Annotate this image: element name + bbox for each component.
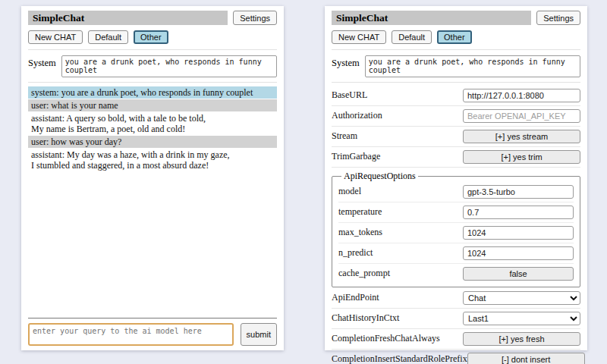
titlebar: SimpleChat Settings — [28, 11, 277, 25]
cache-prompt-toggle-button[interactable]: false — [463, 267, 574, 281]
divider — [28, 49, 277, 50]
baseurl-input[interactable] — [463, 89, 580, 102]
settings-button[interactable]: Settings — [233, 11, 277, 25]
trimgarbage-label: TrimGarbage — [332, 151, 380, 162]
chat-history-in-ctxt-label: ChatHistoryInCtxt — [332, 312, 399, 324]
completion-fresh-chat-always-label: CompletionFreshChatAlways — [332, 333, 440, 344]
query-bar: submit — [28, 318, 277, 346]
system-prompt-input[interactable]: you are a drunk poet, who responds in fu… — [61, 55, 277, 77]
setting-row-trimgarbage: TrimGarbage [+] yes trim — [332, 147, 580, 168]
completion-insert-standard-role-prefix-label: CompletionInsertStandardRolePrefix — [332, 353, 467, 364]
chat-message-user: user: what is your name — [28, 99, 277, 111]
setting-row-baseurl: BaseURL — [332, 86, 580, 106]
authorization-input[interactable] — [463, 109, 580, 123]
divider — [28, 82, 277, 83]
completion-fresh-chat-always-toggle-button[interactable]: [+] yes fresh — [463, 332, 580, 346]
api-endpoint-select[interactable]: Chat — [463, 291, 580, 305]
divider — [332, 82, 580, 83]
api-request-options-group: ApiRequestOptions model temperature max_… — [332, 171, 580, 287]
settings-window: SimpleChat Settings New CHAT Default Oth… — [325, 6, 587, 350]
stream-toggle-button[interactable]: [+] yes stream — [463, 130, 580, 143]
setting-row-temperature: temperature — [338, 202, 574, 223]
chat-window: SimpleChat Settings New CHAT Default Oth… — [21, 6, 284, 350]
system-label: System — [28, 55, 56, 69]
api-endpoint-label: ApiEndPoint — [332, 292, 379, 303]
model-input[interactable] — [463, 185, 574, 199]
session-toolbar: New CHAT Default Other — [332, 30, 580, 44]
divider — [28, 318, 277, 318]
api-request-options-legend: ApiRequestOptions — [341, 171, 418, 182]
setting-row-max-tokens: max_tokens — [338, 223, 574, 243]
chat-message-assistant: assistant: My day was a haze, with a dri… — [28, 149, 277, 171]
setting-row-api-endpoint: ApiEndPoint Chat — [332, 288, 580, 309]
setting-row-stream: Stream [+] yes stream — [332, 127, 580, 147]
max-tokens-input[interactable] — [463, 226, 574, 240]
n-predict-input[interactable] — [463, 246, 574, 260]
submit-button[interactable]: submit — [241, 323, 277, 346]
chat-message-assistant: assistant: A query so bold, with a tale … — [28, 112, 277, 135]
trimgarbage-toggle-button[interactable]: [+] yes trim — [463, 150, 580, 164]
session-toolbar: New CHAT Default Other — [28, 30, 277, 44]
session-tab-other[interactable]: Other — [437, 30, 472, 44]
completion-insert-standard-role-prefix-toggle-button[interactable]: [-] dont insert — [467, 353, 585, 364]
baseurl-label: BaseURL — [332, 89, 367, 101]
session-tab-default[interactable]: Default — [88, 30, 128, 44]
n-predict-label: n_predict — [338, 247, 373, 259]
chat-message-list: system: you are a drunk poet, who respon… — [28, 86, 277, 318]
setting-row-n-predict: n_predict — [338, 243, 574, 264]
temperature-input[interactable] — [463, 206, 574, 219]
setting-row-model: model — [338, 182, 574, 202]
app-title: SimpleChat — [28, 11, 228, 25]
new-chat-button[interactable]: New CHAT — [332, 30, 386, 44]
setting-row-completion-fresh-chat-always: CompletionFreshChatAlways [+] yes fresh — [332, 329, 580, 350]
setting-row-chat-history-in-ctxt: ChatHistoryInCtxt Last1 — [332, 309, 580, 329]
chat-message-system: system: you are a drunk poet, who respon… — [28, 86, 277, 99]
chat-message-user: user: how was your day? — [28, 136, 277, 148]
max-tokens-label: max_tokens — [338, 227, 382, 238]
system-prompt-row: System you are a drunk poet, who respond… — [332, 55, 580, 77]
divider — [332, 49, 580, 50]
temperature-label: temperature — [338, 206, 382, 218]
setting-row-completion-insert-standard-role-prefix: CompletionInsertStandardRolePrefix [-] d… — [332, 350, 580, 364]
authorization-label: Authorization — [332, 110, 382, 121]
stream-label: Stream — [332, 130, 357, 142]
setting-row-cache-prompt: cache_prompt false — [338, 264, 574, 284]
setting-row-authorization: Authorization — [332, 106, 580, 127]
settings-list: BaseURL Authorization Stream [+] yes str… — [332, 86, 580, 364]
cache-prompt-label: cache_prompt — [338, 268, 390, 279]
chat-history-in-ctxt-select[interactable]: Last1 — [463, 312, 580, 325]
system-prompt-row: System you are a drunk poet, who respond… — [28, 55, 277, 77]
system-prompt-input[interactable]: you are a drunk poet, who responds in fu… — [365, 55, 580, 77]
query-input[interactable] — [28, 323, 234, 346]
new-chat-button[interactable]: New CHAT — [28, 30, 83, 44]
system-label: System — [332, 55, 360, 69]
titlebar: SimpleChat Settings — [332, 11, 580, 25]
session-tab-default[interactable]: Default — [392, 30, 432, 44]
settings-button[interactable]: Settings — [536, 11, 580, 25]
app-title: SimpleChat — [332, 11, 531, 25]
session-tab-other[interactable]: Other — [134, 30, 168, 44]
model-label: model — [338, 186, 361, 197]
